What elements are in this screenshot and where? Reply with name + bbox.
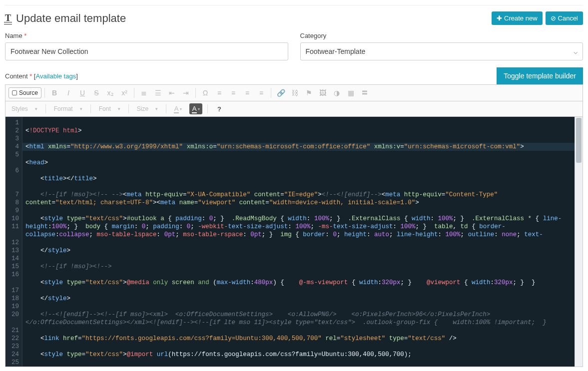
color-button[interactable]: ◑ (330, 87, 343, 99)
indent-button[interactable]: ⇥ (179, 87, 192, 99)
numbered-list-button[interactable]: ≣ (137, 87, 150, 99)
separator (195, 88, 196, 98)
align-center-button[interactable]: ≡ (227, 87, 240, 99)
line-gutter: 12345 678910 1112131415 1617181920 21222… (5, 117, 22, 367)
required-star: * (24, 32, 26, 39)
vertical-scrollbar[interactable] (575, 117, 583, 367)
strike-button[interactable]: S (90, 87, 103, 99)
available-tags-wrap: [Available tags] (34, 72, 78, 80)
name-input[interactable] (5, 42, 288, 60)
outdent-button[interactable]: ⇤ (165, 87, 178, 99)
cancel-icon: ⊘ (551, 14, 556, 22)
category-select[interactable]: Footwear-Template ⌵ (300, 42, 584, 60)
create-new-label: Create new (504, 14, 537, 22)
toolbar-row-1: Source B I U S x₂ x² ≣ ☰ ⇤ ⇥ Ω ≡ ≡ ≡ ≡ 🔗… (5, 85, 583, 101)
create-new-button[interactable]: ✚ Create new (492, 11, 542, 25)
size-label: Size (137, 105, 148, 112)
align-right-button[interactable]: ≡ (241, 87, 254, 99)
superscript-button[interactable]: x² (118, 87, 131, 99)
bulleted-list-button[interactable]: ☰ (151, 87, 164, 99)
source-button[interactable]: Source (8, 87, 41, 98)
page-title: Update email template (16, 12, 126, 25)
code-content[interactable]: <<!DOCTYPE html>!DOCTYPE html> <html xml… (22, 117, 575, 367)
align-justify-button[interactable]: ≡ (255, 87, 268, 99)
help-button[interactable]: ? (213, 103, 226, 114)
separator (128, 104, 129, 113)
omega-button[interactable]: Ω (199, 87, 212, 99)
content-label-text: Content (5, 72, 28, 80)
source-label: Source (19, 89, 38, 96)
italic-button[interactable]: I (62, 87, 75, 99)
required-star: * (29, 72, 32, 80)
link-button[interactable]: 🔗 (274, 87, 287, 99)
separator (166, 104, 166, 113)
separator (90, 104, 91, 113)
align-left-button[interactable]: ≡ (213, 87, 226, 99)
size-combo[interactable]: Size (134, 105, 161, 112)
toggle-template-builder-button[interactable]: Toggle template builder (497, 67, 583, 84)
hr-button[interactable]: 〓 (358, 87, 371, 99)
editor-box: Source B I U S x₂ x² ≣ ☰ ⇤ ⇥ Ω ≡ ≡ ≡ ≡ 🔗… (5, 84, 583, 367)
format-label: Format (54, 105, 73, 112)
name-label-text: Name (5, 32, 22, 39)
styles-label: Styles (11, 105, 28, 112)
category-label: Category (300, 32, 584, 39)
image-button[interactable]: 🖼 (316, 87, 329, 99)
code-editor[interactable]: 12345 678910 1112131415 1617181920 21222… (5, 117, 583, 367)
separator (271, 88, 271, 98)
cancel-button[interactable]: ⊘ Cancel (546, 11, 583, 25)
bg-color-button[interactable]: A (189, 103, 202, 114)
subscript-button[interactable]: x₂ (104, 87, 117, 99)
separator (44, 88, 45, 98)
scroll-thumb[interactable] (576, 118, 582, 163)
styles-combo[interactable]: Styles (8, 105, 40, 112)
content-label: Content * [Available tags] (5, 72, 78, 80)
chevron-down-icon: ⌵ (574, 47, 578, 55)
anchor-button[interactable]: ⚑ (302, 87, 315, 99)
plus-icon: ✚ (497, 14, 502, 22)
separator (134, 88, 134, 98)
source-icon (12, 90, 17, 95)
category-value: Footwear-Template (306, 47, 366, 55)
name-label: Name * (5, 32, 288, 39)
underline-button[interactable]: U (76, 87, 89, 99)
format-combo[interactable]: Format (51, 105, 85, 112)
separator (207, 104, 208, 113)
unlink-button[interactable]: ⛓ (288, 87, 301, 99)
font-combo[interactable]: Font (96, 105, 123, 112)
available-tags-link[interactable]: Available tags (35, 72, 76, 80)
table-button[interactable]: ▦ (344, 87, 357, 99)
text-template-icon: T (5, 13, 11, 23)
separator (45, 104, 46, 113)
cancel-label: Cancel (558, 14, 578, 22)
bold-button[interactable]: B (48, 87, 61, 99)
toolbar-row-2: Styles Format Font Size A A ? (5, 101, 583, 117)
font-label: Font (99, 105, 111, 112)
text-color-button[interactable]: A (171, 103, 184, 114)
